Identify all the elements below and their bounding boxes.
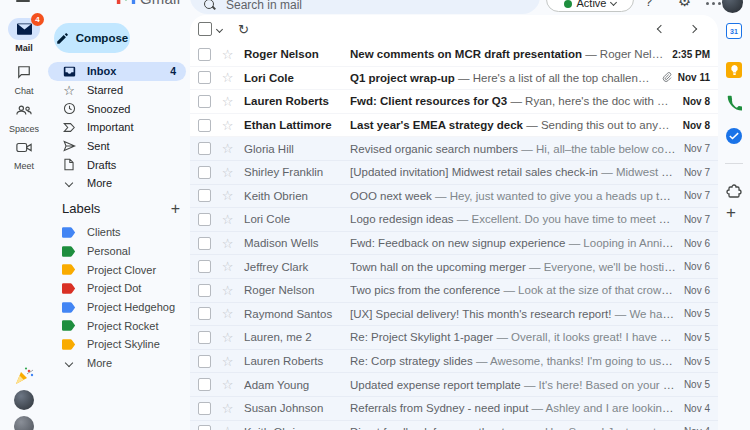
email-sender: Roger Nelson — [244, 48, 342, 60]
phone-contact-icon[interactable] — [726, 95, 742, 111]
email-row[interactable]: ☆ Lori Cole Logo redesign ideas — Excell… — [190, 208, 718, 232]
email-row[interactable]: ☆ Shirley Franklin [Updated invitation] … — [190, 161, 718, 185]
star-icon[interactable]: ☆ — [220, 401, 235, 416]
email-row[interactable]: ☆ Keith Obrien OOO next week — Hey, just… — [190, 185, 718, 209]
rail-item-chat[interactable]: Chat — [0, 61, 48, 96]
sidebar-label-item[interactable]: Personal — [48, 242, 186, 261]
chat-avatar[interactable] — [14, 390, 34, 410]
sidebar-label-item[interactable]: Project Hedgehog — [48, 298, 186, 317]
email-row[interactable]: ☆ Keith Obrien Direct feedback from anot… — [190, 421, 718, 430]
star-icon[interactable]: ☆ — [220, 306, 235, 321]
row-checkbox[interactable] — [198, 307, 211, 320]
row-checkbox[interactable] — [198, 119, 211, 132]
star-icon[interactable]: ☆ — [220, 118, 235, 133]
email-row[interactable]: ☆ Lauren Roberts Re: Corp strategy slide… — [190, 350, 718, 374]
star-icon[interactable]: ☆ — [220, 377, 235, 392]
sidebar-item-drafts[interactable]: Drafts — [48, 155, 186, 174]
sidebar-labels-more[interactable]: More — [48, 354, 186, 373]
select-dropdown-caret-icon[interactable] — [216, 25, 223, 32]
help-button[interactable]: ? — [645, 0, 652, 9]
rail-item-meet[interactable]: Meet — [0, 136, 48, 171]
row-checkbox[interactable] — [198, 284, 211, 297]
email-row[interactable]: ☆ Roger Nelson Two pics from the confere… — [190, 279, 718, 303]
row-checkbox[interactable] — [198, 166, 211, 179]
email-sender: Madison Wells — [244, 237, 342, 249]
sidebar-item-more[interactable]: More — [48, 174, 186, 193]
sidebar-item-starred[interactable]: ☆ Starred — [48, 81, 186, 100]
refresh-button[interactable]: ↻ — [238, 23, 249, 36]
older-page-button[interactable] — [689, 25, 697, 33]
google-apps-grid-button[interactable] — [706, 2, 721, 5]
tasks-icon[interactable] — [726, 128, 742, 144]
star-icon[interactable]: ☆ — [220, 70, 235, 85]
star-icon[interactable]: ☆ — [220, 354, 235, 369]
email-row[interactable]: ☆ Adam Young Updated expense report temp… — [190, 373, 718, 397]
star-icon[interactable]: ☆ — [220, 141, 235, 156]
sidebar-item-important[interactable]: Important — [48, 118, 186, 137]
select-all-checkbox[interactable] — [198, 22, 212, 36]
row-checkbox[interactable] — [198, 331, 211, 344]
email-subject-snippet: OOO next week — Hey, just wanted to give… — [350, 190, 676, 202]
keep-icon[interactable] — [726, 62, 742, 78]
row-checkbox[interactable] — [198, 48, 211, 61]
star-icon[interactable]: ☆ — [220, 165, 235, 180]
row-checkbox[interactable] — [198, 71, 211, 84]
get-addons-plus-button[interactable]: + — [726, 205, 736, 221]
email-row[interactable]: ☆ Gloria Hill Revised organic search num… — [190, 137, 718, 161]
row-checkbox[interactable] — [198, 402, 211, 415]
sidebar-label-item[interactable]: Project Rocket — [48, 316, 186, 335]
search-input[interactable]: Search in mail — [190, 0, 540, 14]
create-label-button[interactable]: + — [171, 202, 180, 216]
star-icon[interactable]: ☆ — [220, 330, 235, 345]
email-rows: ☆ Roger Nelson New comments on MCR draft… — [190, 43, 718, 430]
sidebar-label-item[interactable]: Project Skyline — [48, 335, 186, 354]
email-row[interactable]: ☆ Susan Johnson Referrals from Sydney - … — [190, 397, 718, 421]
calendar-icon[interactable]: 31 — [726, 23, 742, 39]
compose-button[interactable]: Compose — [54, 23, 130, 53]
star-icon[interactable]: ☆ — [220, 283, 235, 298]
rail-label-spaces: Spaces — [9, 124, 39, 134]
row-checkbox[interactable] — [198, 142, 211, 155]
row-checkbox[interactable] — [198, 355, 211, 368]
chat-avatar[interactable] — [14, 416, 34, 430]
status-chip[interactable]: Active — [546, 0, 634, 12]
email-row[interactable]: ☆ Raymond Santos [UX] Special delivery! … — [190, 303, 718, 327]
email-row[interactable]: ☆ Lauren, me 2 Re: Project Skylight 1-pa… — [190, 326, 718, 350]
email-row[interactable]: ☆ Lori Cole Q1 project wrap-up — Here's … — [190, 67, 718, 91]
star-icon[interactable]: ☆ — [220, 259, 235, 274]
email-row[interactable]: ☆ Madison Wells Fwd: Feedback on new sig… — [190, 232, 718, 256]
sidebar-item-sent[interactable]: Sent — [48, 137, 186, 156]
sidebar-label-item[interactable]: Project Clover — [48, 260, 186, 279]
star-icon[interactable]: ☆ — [220, 212, 235, 227]
label-name: Project Rocket — [87, 320, 159, 332]
settings-gear-button[interactable]: ⚙ — [678, 0, 691, 10]
star-icon[interactable]: ☆ — [220, 47, 235, 62]
star-icon[interactable]: ☆ — [220, 188, 235, 203]
newer-page-button[interactable] — [657, 25, 665, 33]
row-checkbox[interactable] — [198, 425, 211, 430]
email-subject-snippet: Town hall on the upcoming merger — Every… — [350, 261, 676, 273]
row-checkbox[interactable] — [198, 378, 211, 391]
email-row[interactable]: ☆ Roger Nelson New comments on MCR draft… — [190, 43, 718, 67]
email-row[interactable]: ☆ Lauren Roberts Fwd: Client resources f… — [190, 90, 718, 114]
rail-item-spaces[interactable]: Spaces — [0, 99, 48, 134]
rail-item-mail[interactable]: 4 Mail — [0, 18, 48, 53]
profile-avatar[interactable] — [722, 0, 743, 13]
star-icon[interactable]: ☆ — [220, 94, 235, 109]
star-icon[interactable]: ☆ — [220, 424, 235, 430]
addons-icon[interactable] — [726, 184, 742, 200]
party-popper-icon[interactable] — [13, 366, 35, 386]
star-icon[interactable]: ☆ — [220, 236, 235, 251]
row-checkbox[interactable] — [198, 189, 211, 202]
sidebar-label-item[interactable]: Clients — [48, 223, 186, 242]
sidebar-label-item[interactable]: Project Dot — [48, 279, 186, 298]
row-checkbox[interactable] — [198, 213, 211, 226]
row-checkbox[interactable] — [198, 260, 211, 273]
sidebar-item-inbox[interactable]: Inbox 4 — [48, 62, 186, 81]
email-row[interactable]: ☆ Jeffrey Clark Town hall on the upcomin… — [190, 255, 718, 279]
sidebar-item-snoozed[interactable]: Snoozed — [48, 99, 186, 118]
email-row[interactable]: ☆ Ethan Lattimore Last year's EMEA strat… — [190, 114, 718, 138]
row-checkbox[interactable] — [198, 237, 211, 250]
email-sender: Jeffrey Clark — [244, 261, 342, 273]
row-checkbox[interactable] — [198, 95, 211, 108]
